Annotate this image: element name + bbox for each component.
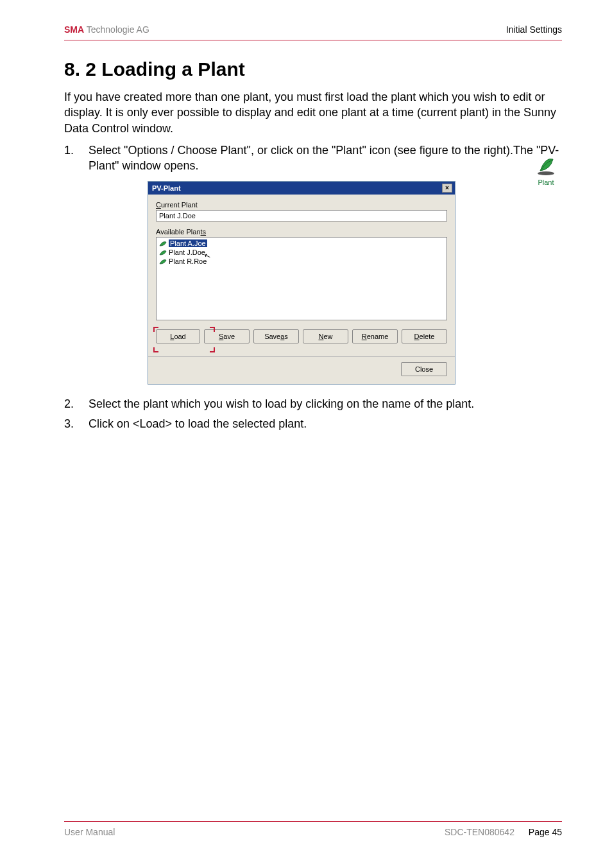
current-plant-field[interactable]: Plant J.Doe — [156, 210, 447, 221]
step-1: 1. Select "Options / Choose Plant", or c… — [64, 143, 562, 174]
new-button[interactable]: New — [303, 329, 348, 343]
dialog-button-row: Load Save Save as New Rename Delete — [156, 329, 447, 343]
btn-text: ave — [223, 333, 235, 340]
btn-mnemonic: N — [318, 333, 323, 340]
page-footer: User Manual SDC-TEN080642 Page 45 — [64, 821, 562, 837]
btn-mnemonic: D — [414, 333, 420, 340]
highlight-corner — [210, 347, 215, 352]
header-section-name: Initial Settings — [506, 24, 562, 35]
btn-text: elete — [420, 333, 435, 340]
list-item[interactable]: Plant R.Roe — [158, 257, 445, 266]
pv-plant-dialog: PV-Plant × Current Plant Plant J.Doe Ava… — [148, 181, 455, 385]
brand-name: SMA — [64, 24, 84, 35]
dialog-divider — [148, 356, 455, 357]
leaf-icon — [159, 258, 167, 265]
plant-icon-label: Plant — [529, 178, 563, 186]
label-mnemonic: C — [156, 201, 161, 209]
dialog-titlebar: PV-Plant × — [148, 182, 455, 195]
steps-list: 1. Select "Options / Choose Plant", or c… — [64, 143, 562, 174]
btn-text: oad — [174, 333, 185, 340]
step-text: Click on <Load> to load the selected pla… — [89, 416, 562, 431]
btn-text: ew — [323, 333, 332, 340]
step-number: 3. — [64, 416, 89, 431]
delete-button[interactable]: Delete — [402, 329, 447, 343]
step-text: Select "Options / Choose Plant", or clic… — [89, 143, 562, 174]
list-item-label: Plant R.Roe — [169, 257, 207, 265]
step-number: 2. — [64, 396, 89, 412]
highlight-corner — [153, 327, 158, 332]
highlight-corner — [153, 347, 158, 352]
leaf-icon — [159, 240, 167, 247]
btn-text: s — [284, 333, 288, 340]
steps-list-cont: 2. Select the plant which you wish to lo… — [64, 396, 562, 431]
btn-mnemonic: S — [219, 333, 223, 340]
label-mnemonic: ts — [201, 228, 207, 236]
footer-doc-code: SDC-TEN080642 — [445, 827, 514, 837]
dialog-close-button[interactable]: Close — [401, 362, 447, 376]
list-item-label: Plant A.Joe — [169, 239, 207, 247]
btn-text: ename — [367, 333, 389, 340]
header-left: SMA Technologie AG — [64, 24, 149, 35]
list-item-label: Plant J.Doe — [169, 248, 205, 256]
close-button[interactable]: × — [442, 184, 452, 193]
label-text: urrent Plant — [161, 201, 198, 209]
section-title: 8. 2 Loading a Plant — [64, 58, 562, 80]
rename-button[interactable]: Rename — [352, 329, 398, 343]
label-text: Available Plan — [156, 228, 201, 236]
footer-page-number: Page 45 — [529, 827, 562, 837]
dialog-title: PV-Plant — [152, 184, 181, 192]
btn-text: Save — [264, 333, 280, 340]
brand-rest: Technologie AG — [84, 24, 149, 35]
list-item[interactable]: Plant J.Doe — [158, 248, 445, 257]
leaf-icon — [159, 249, 167, 256]
footer-left: User Manual — [64, 827, 115, 837]
plant-toolbar-icon[interactable]: Plant — [529, 154, 563, 186]
step-number: 1. — [64, 143, 89, 174]
footer-divider — [64, 821, 562, 822]
available-plants-list[interactable]: Plant A.Joe Plant J.Doe Plant R.Roe ↖ — [156, 237, 447, 320]
list-item[interactable]: Plant A.Joe — [158, 239, 445, 248]
available-plants-label: Available Plants — [156, 228, 447, 236]
svg-point-0 — [538, 171, 554, 175]
highlight-corner — [210, 327, 215, 332]
step-2: 2. Select the plant which you wish to lo… — [64, 396, 562, 412]
load-button[interactable]: Load — [156, 329, 200, 343]
step-text: Select the plant which you wish to load … — [89, 396, 562, 412]
section-intro: If you have created more than one plant,… — [64, 89, 562, 136]
plant-icon — [534, 154, 558, 176]
header-divider — [64, 40, 562, 40]
page-header: SMA Technologie AG Initial Settings — [64, 24, 562, 35]
step-3: 3. Click on <Load> to load the selected … — [64, 416, 562, 431]
btn-mnemonic: R — [362, 333, 367, 340]
current-plant-label: Current Plant — [156, 201, 447, 209]
save-as-button[interactable]: Save as — [253, 329, 299, 343]
